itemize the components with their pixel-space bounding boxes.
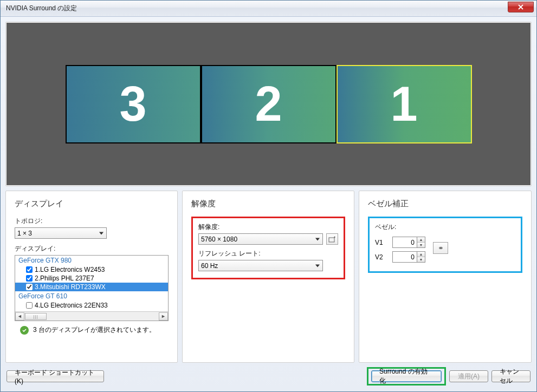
cancel-button[interactable]: キャンセル xyxy=(491,370,530,382)
display-item-label: 3.Mitsubishi RDT233WX xyxy=(35,283,106,291)
monitor-tile-2[interactable]: 2 xyxy=(201,65,337,143)
enable-surround-button[interactable]: Surround の有効化 xyxy=(371,370,442,382)
display-checkbox-4[interactable] xyxy=(26,302,33,309)
displays-label: ディスプレイ: xyxy=(15,244,169,253)
display-item-1[interactable]: 1.LG Electronics W2453 xyxy=(15,265,168,274)
display-checkbox-1[interactable] xyxy=(26,266,33,273)
resolution-panel-title: 解像度 xyxy=(191,199,345,209)
svg-rect-0 xyxy=(329,238,334,242)
v2-label: V2 xyxy=(375,253,388,261)
ok-icon xyxy=(20,326,29,335)
link-icon: ⚭ xyxy=(438,244,444,252)
display-item-2[interactable]: 2.Philips PHL 237E7 xyxy=(15,274,168,283)
resolution-dropdown[interactable]: 5760 × 1080 xyxy=(198,233,323,245)
display-item-label: 2.Philips PHL 237E7 xyxy=(35,275,94,282)
refresh-rate-dropdown[interactable]: 60 Hz xyxy=(198,260,323,271)
v2-input[interactable] xyxy=(393,252,417,262)
resolution-panel: 解像度 解像度: 5760 × 1080 リフレッシュ レート: xyxy=(182,191,354,363)
apply-button[interactable]: 適用(A) xyxy=(449,370,488,382)
bezel-highlight-box: ベゼル: V1 ▲ ▼ xyxy=(368,217,522,273)
v1-label: V1 xyxy=(375,239,388,246)
v2-spinner[interactable]: ▲ ▼ xyxy=(392,251,425,263)
v1-spin-up[interactable]: ▲ xyxy=(417,237,425,243)
v2-spin-up[interactable]: ▲ xyxy=(417,252,425,257)
scroll-left-button[interactable]: ◄ xyxy=(15,312,24,321)
v1-spinner[interactable]: ▲ ▼ xyxy=(392,237,425,248)
refresh-rate-value: 60 Hz xyxy=(201,262,218,270)
window-title: NVIDIA Surround の設定 xyxy=(6,4,77,13)
link-values-button[interactable]: ⚭ xyxy=(433,242,448,254)
topology-value: 1 × 3 xyxy=(17,230,32,237)
monitor-tile-1[interactable]: 1 xyxy=(337,65,472,143)
resolution-label: 解像度: xyxy=(198,223,338,232)
preview-frame: 3 2 1 xyxy=(5,22,532,186)
enable-surround-highlight: Surround の有効化 xyxy=(367,367,446,386)
list-horizontal-scrollbar[interactable]: ◄ ||| ► xyxy=(15,311,168,321)
add-custom-resolution-button[interactable] xyxy=(326,233,338,245)
gpu-heading-0: GeForce GTX 980 xyxy=(15,256,168,265)
topology-dropdown[interactable]: 1 × 3 xyxy=(15,227,107,239)
display-item-3[interactable]: 3.Mitsubishi RDT233WX xyxy=(15,283,168,291)
resolution-value: 5760 × 1080 xyxy=(201,236,237,243)
scroll-thumb[interactable]: ||| xyxy=(25,313,47,320)
v1-spin-down[interactable]: ▼ xyxy=(417,243,425,247)
add-monitor-icon xyxy=(328,236,336,243)
bezel-panel-title: ベゼル補正 xyxy=(368,199,522,209)
monitor-tile-3[interactable]: 3 xyxy=(66,65,201,143)
display-item-label: 1.LG Electronics W2453 xyxy=(35,266,105,273)
keyboard-shortcuts-button[interactable]: キーボード ショートカット(K) xyxy=(7,370,104,382)
display-item-label: 4.LG Electronics 22EN33 xyxy=(35,302,108,309)
close-button[interactable] xyxy=(508,2,534,12)
bezel-panel: ベゼル補正 ベゼル: V1 ▲ ▼ xyxy=(359,191,532,363)
display-item-4[interactable]: 4.LG Electronics 22EN33 xyxy=(15,301,168,310)
v1-input[interactable] xyxy=(393,237,417,247)
scroll-right-button[interactable]: ► xyxy=(159,312,168,321)
status-text: 3 台のディスプレイが選択されています。 xyxy=(33,325,156,335)
topology-label: トポロジ: xyxy=(15,217,169,226)
display-checkbox-3[interactable] xyxy=(26,284,33,290)
v2-spin-down[interactable]: ▼ xyxy=(417,257,425,262)
resolution-highlight-box: 解像度: 5760 × 1080 リフレッシュ レート: 60 Hz xyxy=(191,217,345,279)
close-icon xyxy=(517,4,524,10)
display-checkbox-2[interactable] xyxy=(26,275,33,282)
displays-panel-title: ディスプレイ xyxy=(15,199,169,209)
displays-panel: ディスプレイ トポロジ: 1 × 3 ディスプレイ: GeForce GTX 9… xyxy=(5,191,178,363)
gpu-heading-1: GeForce GT 610 xyxy=(15,291,168,301)
refresh-rate-label: リフレッシュ レート: xyxy=(198,249,338,258)
bezel-label: ベゼル: xyxy=(375,223,515,232)
displays-listbox[interactable]: GeForce GTX 980 1.LG Electronics W2453 2… xyxy=(15,255,169,321)
title-bar: NVIDIA Surround の設定 xyxy=(1,1,536,17)
monitor-preview: 3 2 1 xyxy=(7,23,530,185)
